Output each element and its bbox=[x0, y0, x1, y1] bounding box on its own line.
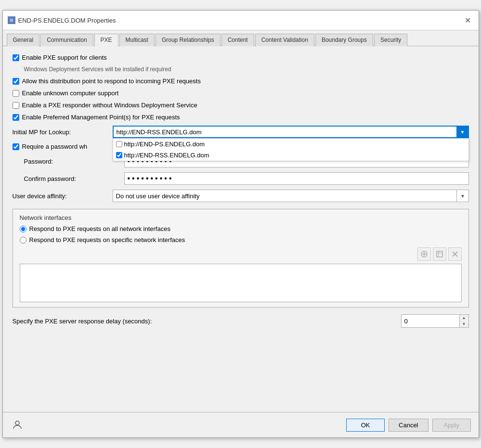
tab-communication[interactable]: Communication bbox=[40, 34, 93, 46]
dropdown-item-0-checkbox[interactable] bbox=[116, 141, 122, 147]
tab-general[interactable]: General bbox=[7, 34, 40, 46]
add-icon bbox=[421, 251, 428, 257]
footer-buttons: OK Cancel Apply bbox=[346, 419, 470, 432]
user-affinity-label: User device affinity: bbox=[13, 192, 109, 200]
tab-multicast[interactable]: Multicast bbox=[119, 34, 155, 46]
enable-preferred-row: Enable Preferred Management Point(s) for… bbox=[13, 114, 469, 121]
edit-button[interactable] bbox=[433, 247, 446, 261]
footer: OK Cancel Apply bbox=[3, 412, 479, 437]
enable-unknown-label: Enable unknown computer support bbox=[22, 90, 119, 97]
close-button[interactable]: ✕ bbox=[462, 14, 474, 26]
confirm-password-label: Confirm password: bbox=[24, 175, 120, 182]
window-icon: ⊞ bbox=[8, 16, 15, 24]
enable-unknown-checkbox[interactable] bbox=[13, 90, 19, 97]
apply-button[interactable]: Apply bbox=[432, 419, 471, 432]
delay-row: Specify the PXE server response delay (s… bbox=[13, 314, 469, 328]
spinner-down[interactable]: ▼ bbox=[460, 321, 468, 327]
window-title: END-PS.ENDELG.DOM Properties bbox=[18, 17, 116, 24]
title-bar: ⊞ END-PS.ENDELG.DOM Properties ✕ bbox=[3, 11, 479, 30]
dropdown-item-1-label: http://END-RSS.ENDELG.dom bbox=[124, 152, 209, 159]
require-password-label: Require a password wh bbox=[22, 143, 88, 150]
svg-point-8 bbox=[15, 421, 19, 425]
allow-respond-row: Allow this distribution point to respond… bbox=[13, 77, 469, 85]
toolbar-icons bbox=[20, 247, 462, 261]
dropdown-item-0[interactable]: http://END-PS.ENDELG.dom bbox=[113, 139, 468, 150]
radio-specific-interfaces-label: Respond to PXE requests on specific netw… bbox=[29, 236, 185, 243]
tab-content-validation[interactable]: Content Validation bbox=[255, 34, 314, 46]
user-affinity-row: User device affinity: Do not use user de… bbox=[13, 190, 469, 202]
dropdown-item-1[interactable]: http://END-RSS.ENDELG.dom bbox=[113, 150, 468, 161]
initial-mp-dropdown-list: http://END-PS.ENDELG.dom http://END-RSS.… bbox=[113, 138, 469, 161]
radio-all-interfaces-input[interactable] bbox=[20, 226, 26, 232]
network-interfaces-group: Network interfaces Respond to PXE reques… bbox=[13, 209, 469, 307]
enable-responder-row: Enable a PXE responder without Windows D… bbox=[13, 102, 469, 109]
delay-label: Specify the PXE server response delay (s… bbox=[13, 318, 397, 325]
add-button[interactable] bbox=[417, 247, 431, 261]
delete-button[interactable] bbox=[448, 247, 462, 261]
user-icon bbox=[11, 418, 24, 432]
svg-rect-3 bbox=[437, 251, 442, 257]
enable-pxe-row: Enable PXE support for clients bbox=[13, 54, 469, 61]
allow-respond-checkbox[interactable] bbox=[13, 78, 19, 85]
confirm-password-input[interactable] bbox=[124, 172, 469, 185]
network-interfaces-list[interactable] bbox=[20, 264, 462, 302]
require-password-checkbox[interactable] bbox=[13, 143, 19, 150]
network-interfaces-title: Network interfaces bbox=[20, 214, 462, 221]
spinner-up[interactable]: ▲ bbox=[460, 315, 468, 321]
radio-specific-interfaces: Respond to PXE requests on specific netw… bbox=[20, 236, 462, 243]
enable-responder-label: Enable a PXE responder without Windows D… bbox=[22, 102, 197, 109]
delay-input[interactable]: 0 bbox=[402, 315, 459, 327]
tab-group-relationships[interactable]: Group Relationships bbox=[156, 34, 221, 46]
enable-preferred-label: Enable Preferred Management Point(s) for… bbox=[22, 114, 180, 121]
tab-bar: General Communication PXE Multicast Grou… bbox=[3, 30, 479, 46]
radio-specific-interfaces-input[interactable] bbox=[20, 237, 26, 243]
allow-respond-label: Allow this distribution point to respond… bbox=[22, 77, 201, 85]
radio-all-interfaces-label: Respond to PXE requests on all network i… bbox=[29, 225, 170, 232]
title-bar-left: ⊞ END-PS.ENDELG.DOM Properties bbox=[8, 16, 116, 24]
enable-pxe-label: Enable PXE support for clients bbox=[22, 54, 107, 61]
cancel-button[interactable]: Cancel bbox=[389, 419, 428, 432]
edit-icon bbox=[436, 251, 443, 257]
dropdown-item-1-checkbox[interactable] bbox=[116, 152, 122, 158]
tab-pxe[interactable]: PXE bbox=[94, 34, 118, 46]
properties-window: ⊞ END-PS.ENDELG.DOM Properties ✕ General… bbox=[2, 10, 479, 438]
ok-button[interactable]: OK bbox=[346, 419, 385, 432]
tab-boundary-groups[interactable]: Boundary Groups bbox=[315, 34, 373, 46]
initial-mp-row: Initial MP for Lookup: ▼ http://END-PS.E… bbox=[13, 126, 469, 138]
dropdown-item-0-label: http://END-PS.ENDELG.dom bbox=[124, 141, 205, 148]
enable-pxe-checkbox[interactable] bbox=[13, 54, 19, 61]
spinner-buttons: ▲ ▼ bbox=[459, 315, 468, 327]
password-label: Password: bbox=[24, 158, 120, 165]
radio-all-interfaces: Respond to PXE requests on all network i… bbox=[20, 225, 462, 232]
confirm-password-row: Confirm password: bbox=[24, 172, 469, 185]
delete-icon bbox=[452, 251, 458, 257]
enable-preferred-checkbox[interactable] bbox=[13, 114, 19, 121]
tab-content[interactable]: Content bbox=[221, 34, 254, 46]
footer-left bbox=[11, 418, 24, 432]
pxe-subtext: Windows Deployment Services will be inst… bbox=[24, 66, 469, 73]
enable-unknown-row: Enable unknown computer support bbox=[13, 90, 469, 97]
enable-responder-checkbox[interactable] bbox=[13, 102, 19, 109]
initial-mp-dropdown-container: ▼ http://END-PS.ENDELG.dom http://END-RS… bbox=[113, 126, 469, 138]
user-affinity-dropdown: Do not use user device affinity Allow us… bbox=[113, 190, 469, 202]
tab-content-area: Enable PXE support for clients Windows D… bbox=[3, 46, 479, 412]
user-affinity-select[interactable]: Do not use user device affinity Allow us… bbox=[113, 190, 469, 202]
initial-mp-input[interactable] bbox=[113, 126, 469, 138]
initial-mp-label: Initial MP for Lookup: bbox=[13, 128, 109, 136]
tab-security[interactable]: Security bbox=[374, 34, 407, 46]
delay-spinner: 0 ▲ ▼ bbox=[401, 314, 469, 328]
